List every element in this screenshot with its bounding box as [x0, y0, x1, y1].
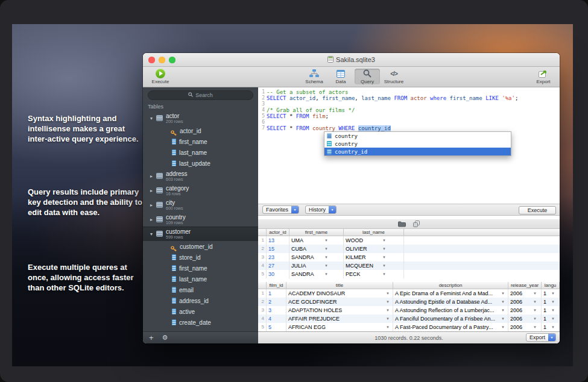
toolbar-schema-button[interactable]: Schema: [302, 69, 327, 84]
table-row[interactable]: 427JULIA▼MCQUEEN▼: [258, 261, 560, 270]
favorites-button[interactable]: Favorites ▼: [262, 205, 299, 214]
table-row[interactable]: 44AFFAIR PREJUDICE▼A Fanciful Documentar…: [258, 315, 560, 323]
cell-dropdown-icon[interactable]: ▼: [551, 306, 555, 315]
cell-first_name[interactable]: UMA▼: [289, 236, 344, 245]
cell-last_name[interactable]: KILMER▼: [344, 253, 404, 261]
close-window-button[interactable]: [148, 57, 155, 63]
sidebar-column-last_name[interactable]: last_name: [143, 274, 258, 284]
cell-title[interactable]: ADAPTATION HOLES▼: [286, 306, 393, 315]
disclosure-triangle-icon[interactable]: ▸: [150, 202, 156, 208]
cell-first_name[interactable]: SANDRA▼: [289, 270, 344, 278]
cell-dropdown-icon[interactable]: ▼: [324, 270, 328, 278]
cell-dropdown-icon[interactable]: ▼: [382, 270, 386, 278]
cell-first_name[interactable]: JULIA▼: [289, 261, 344, 270]
cell-last_name[interactable]: WOOD▼: [344, 236, 404, 245]
sidebar-column-active[interactable]: active: [143, 306, 258, 317]
sidebar-column-actor_id[interactable]: actor_id: [143, 125, 258, 136]
autocomplete-item-country[interactable]: country: [324, 140, 511, 148]
cell-dropdown-icon[interactable]: ▼: [551, 315, 555, 323]
disclosure-triangle-icon[interactable]: ▾: [150, 231, 156, 237]
sidebar-column-customer_id[interactable]: customer_id: [143, 241, 258, 252]
table-row[interactable]: 530SANDRA▼PECK▼: [258, 270, 560, 278]
sidebar-table-city[interactable]: ▸city600 rows: [143, 198, 258, 212]
cell-dropdown-icon[interactable]: ▼: [386, 323, 390, 331]
cell-dropdown-icon[interactable]: ▼: [501, 289, 505, 298]
cell-dropdown-icon[interactable]: ▼: [551, 298, 555, 306]
column-header-actor_id[interactable]: actor_id: [267, 229, 289, 236]
sidebar-column-email[interactable]: email: [143, 284, 258, 295]
table-row[interactable]: 323SANDRA▼KILMER▼: [258, 253, 560, 261]
cell-last_name[interactable]: PECK▼: [344, 270, 404, 278]
toolbar-structure-button[interactable]: </> Structure: [381, 69, 406, 84]
table-row[interactable]: 22ACE GOLDFINGER▼A Astounding Epistle of…: [258, 298, 560, 306]
cell-dropdown-icon[interactable]: ▼: [501, 315, 505, 323]
autocomplete-item-country[interactable]: country: [324, 132, 511, 140]
sidebar-column-store_id[interactable]: store_id: [143, 252, 258, 263]
column-header-langu[interactable]: langu: [542, 282, 560, 289]
history-button[interactable]: History ▼: [305, 205, 337, 214]
disclosure-triangle-icon[interactable]: ▾: [150, 116, 156, 121]
cell-title[interactable]: AFRICAN EGG▼: [286, 323, 393, 331]
cell-title[interactable]: AFFAIR PREJUDICE▼: [286, 315, 393, 323]
sql-editor[interactable]: 1-- Get a subset of actors2SELECT actor_…: [258, 87, 560, 204]
cell-dropdown-icon[interactable]: ▼: [386, 315, 390, 323]
cell-dropdown-icon[interactable]: ▼: [324, 261, 328, 270]
export-toolbar-button[interactable]: Export: [531, 69, 556, 84]
export-results-button[interactable]: Export ▼: [526, 333, 556, 342]
cell-last_name[interactable]: MCQUEEN▼: [344, 261, 404, 270]
disclosure-triangle-icon[interactable]: ▸: [150, 217, 156, 222]
cell-langu[interactable]: 1▼: [542, 315, 560, 323]
column-header-first_name[interactable]: first_name: [289, 229, 344, 236]
cell-first_name[interactable]: CUBA▼: [289, 245, 344, 253]
cell-dropdown-icon[interactable]: ▼: [386, 306, 390, 315]
cell-dropdown-icon[interactable]: ▼: [501, 323, 505, 331]
cell-dropdown-icon[interactable]: ▼: [324, 236, 328, 245]
disclosure-triangle-icon[interactable]: ▸: [150, 174, 156, 179]
cell-dropdown-icon[interactable]: ▼: [533, 298, 537, 306]
cell-langu[interactable]: 1▼: [542, 323, 560, 331]
sidebar-column-first_name[interactable]: first_name: [143, 136, 258, 147]
cell-description[interactable]: A Astounding Epistle of a Database Ad...…: [393, 298, 508, 306]
sidebar-table-category[interactable]: ▸category16 rows: [143, 183, 258, 198]
cell-first_name[interactable]: SANDRA▼: [289, 253, 344, 261]
cell-dropdown-icon[interactable]: ▼: [533, 315, 537, 323]
sidebar-column-last_name[interactable]: last_name: [143, 147, 258, 158]
cell-description[interactable]: A Fast-Paced Documentary of a Pastry...▼: [393, 323, 508, 331]
execute-query-button[interactable]: Execute: [519, 206, 556, 214]
sidebar-table-actor[interactable]: ▾actor200 rows: [143, 111, 258, 125]
zoom-window-button[interactable]: [169, 57, 175, 63]
title-bar[interactable]: Sakila.sqlite3: [143, 53, 560, 67]
sidebar-column-last_update[interactable]: last_update: [143, 158, 258, 169]
column-header-description[interactable]: description: [393, 282, 508, 289]
cell-dropdown-icon[interactable]: ▼: [324, 245, 328, 253]
cell-dropdown-icon[interactable]: ▼: [551, 289, 555, 298]
cell-title[interactable]: ACE GOLDFINGER▼: [286, 298, 393, 306]
cell-description[interactable]: A Astounding Reflection of a Lumberjac..…: [393, 306, 508, 315]
cell-release_year[interactable]: 2006▼: [508, 298, 542, 306]
toolbar-data-button[interactable]: Data: [328, 69, 353, 84]
cell-release_year[interactable]: 2006▼: [508, 306, 542, 315]
table-row[interactable]: 113UMA▼WOOD▼: [258, 236, 560, 245]
add-table-button[interactable]: +: [149, 334, 154, 342]
column-header-last_name[interactable]: last_name: [344, 229, 404, 236]
cell-dropdown-icon[interactable]: ▼: [386, 289, 390, 298]
cell-release_year[interactable]: 2006▼: [508, 323, 542, 331]
cell-langu[interactable]: 1▼: [542, 289, 560, 298]
table-row[interactable]: 215CUBA▼OLIVIER▼: [258, 245, 560, 253]
column-header-film_id[interactable]: film_id: [267, 282, 286, 289]
table-row[interactable]: 55AFRICAN EGG▼A Fast-Paced Documentary o…: [258, 323, 560, 331]
cell-langu[interactable]: 1▼: [542, 298, 560, 306]
cell-dropdown-icon[interactable]: ▼: [551, 323, 555, 331]
disclosure-triangle-icon[interactable]: ▸: [150, 188, 156, 193]
reveal-results-folder-icon[interactable]: [398, 219, 406, 230]
toolbar-query-button[interactable]: Query: [355, 69, 380, 84]
cell-last_name[interactable]: OLIVIER▼: [344, 245, 404, 253]
sidebar-column-create_date[interactable]: create_date: [143, 317, 258, 328]
minimize-window-button[interactable]: [159, 57, 165, 63]
copy-results-icon[interactable]: [413, 219, 420, 230]
sidebar-column-address_id[interactable]: address_id: [143, 295, 258, 306]
table-actions-gear-button[interactable]: ⚙: [162, 334, 168, 341]
sidebar-table-address[interactable]: ▸address603 rows: [143, 169, 258, 183]
cell-dropdown-icon[interactable]: ▼: [501, 298, 505, 306]
cell-release_year[interactable]: 2006▼: [508, 289, 542, 298]
